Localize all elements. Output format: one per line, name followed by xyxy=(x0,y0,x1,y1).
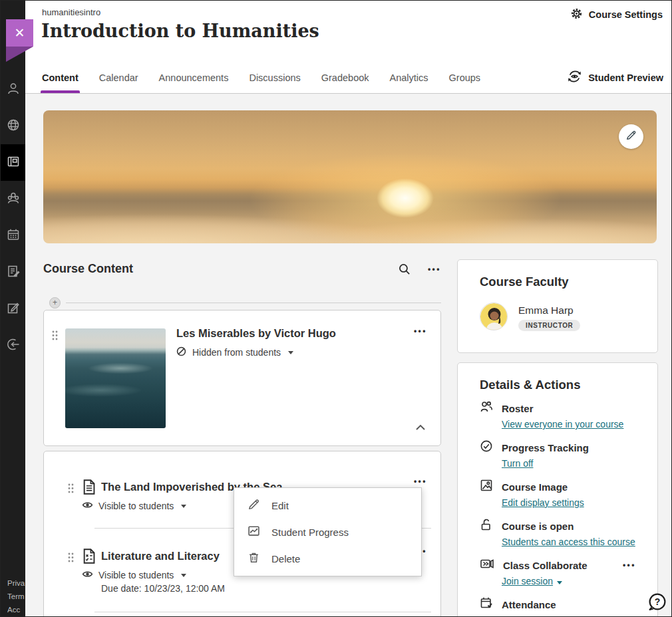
terms-link[interactable]: Term xyxy=(7,590,25,603)
tab-content[interactable]: Content xyxy=(42,62,79,93)
detail-label: Course is open xyxy=(502,521,574,532)
calendar-icon xyxy=(6,227,21,245)
question-mark-icon: ? xyxy=(655,596,661,607)
help-button[interactable]: ? xyxy=(647,592,667,615)
details-actions-panel: Details & Actions Roster View everyone i… xyxy=(457,362,658,616)
sidebar-item-activity[interactable] xyxy=(1,254,25,291)
unlock-icon xyxy=(480,518,493,534)
edit-banner-button[interactable] xyxy=(619,124,643,149)
chevron-down-icon xyxy=(181,505,186,508)
join-session-link[interactable]: Join session xyxy=(502,576,553,586)
visible-eye-icon xyxy=(82,568,93,582)
visibility-label: Hidden from students xyxy=(192,347,281,358)
detail-attendance: Attendance Mark attendance xyxy=(480,596,645,616)
tab-announcements[interactable]: Announcements xyxy=(159,62,229,93)
instructor-name: Emma Harp xyxy=(518,305,574,316)
person-icon xyxy=(6,81,21,98)
sign-out-icon xyxy=(6,337,21,354)
collapse-chevron-icon[interactable] xyxy=(415,422,426,433)
privacy-link[interactable]: Priva xyxy=(7,576,25,590)
course-faculty-panel: Course Faculty Emma Harp INSTRUCTOR xyxy=(457,259,658,353)
menu-item-label: Delete xyxy=(271,553,300,564)
close-icon: ✕ xyxy=(15,25,25,41)
close-course-button[interactable]: ✕ xyxy=(6,19,33,47)
menu-item-label: Edit xyxy=(271,500,289,511)
detail-label: Course Image xyxy=(502,481,568,493)
drag-handle-icon[interactable] xyxy=(68,483,74,496)
tab-calendar[interactable]: Calendar xyxy=(99,62,138,93)
sidebar-item-institution[interactable] xyxy=(1,108,25,144)
content-item-les-miserables: Les Miserables by Victor Hugo Hidden fro… xyxy=(43,310,441,446)
visibility-dropdown[interactable]: Visible to students xyxy=(82,568,186,582)
detail-course-open: Course is open Students can access this … xyxy=(480,518,645,547)
menu-item-edit[interactable]: Edit xyxy=(234,492,421,519)
add-content-divider: + xyxy=(43,297,441,308)
visibility-label: Visible to students xyxy=(98,570,174,580)
menu-item-delete[interactable]: Delete xyxy=(234,545,421,572)
mark-attendance-link[interactable]: Mark attendance xyxy=(502,615,571,616)
chevron-down-icon xyxy=(557,581,562,584)
content-more-options-icon[interactable]: ••• xyxy=(428,265,441,274)
detail-label: Progress Tracking xyxy=(502,442,589,453)
sidebar-item-profile[interactable] xyxy=(1,71,25,108)
detail-progress-tracking: Progress Tracking Turn off xyxy=(480,439,645,469)
course-content-header: Course Content ••• xyxy=(43,262,441,276)
course-tab-bar: Content Calendar Announcements Discussio… xyxy=(25,62,671,94)
app-window: Priva Term Acc ✕ humanitiesintro Introdu… xyxy=(0,0,672,617)
search-icon[interactable] xyxy=(398,263,411,275)
item-title-link[interactable]: Literature and Literacy xyxy=(101,550,220,562)
courses-icon xyxy=(6,154,21,172)
pencil-icon xyxy=(248,498,260,513)
tab-analytics[interactable]: Analytics xyxy=(390,62,428,93)
visibility-dropdown[interactable]: Hidden from students xyxy=(176,346,293,359)
drag-handle-icon[interactable] xyxy=(68,553,74,565)
details-heading: Details & Actions xyxy=(480,378,580,392)
add-content-button[interactable]: + xyxy=(49,297,61,308)
menu-item-student-progress[interactable]: Student Progress xyxy=(234,519,421,545)
course-settings-button[interactable]: Course Settings xyxy=(570,7,663,22)
sidebar-item-courses[interactable] xyxy=(1,144,25,181)
tab-discussions[interactable]: Discussions xyxy=(249,62,300,93)
people-group-icon xyxy=(6,191,21,208)
sidebar-item-grades[interactable] xyxy=(1,291,25,327)
course-settings-label: Course Settings xyxy=(589,9,663,20)
visibility-label: Visible to students xyxy=(98,501,174,511)
roster-link[interactable]: View everyone in your course xyxy=(502,419,623,430)
detail-class-collaborate: Class Collaborate ••• Join session xyxy=(480,557,645,586)
sidebar-item-sign-out[interactable] xyxy=(1,327,25,364)
course-image-link[interactable]: Edit display settings xyxy=(502,497,584,508)
item-thumbnail-ocean xyxy=(65,328,166,428)
detail-label: Roster xyxy=(502,403,534,414)
item-more-options-icon[interactable]: ••• xyxy=(414,477,427,486)
detail-course-image: Course Image Edit display settings xyxy=(480,479,645,508)
student-preview-icon xyxy=(567,70,582,85)
sidebar-item-organizations[interactable] xyxy=(1,181,25,217)
divider-line xyxy=(66,303,441,303)
item-context-menu: Edit Student Progress Delete xyxy=(234,487,422,576)
trash-icon xyxy=(248,551,260,566)
detail-roster: Roster View everyone in your course xyxy=(480,400,645,430)
progress-tracking-link[interactable]: Turn off xyxy=(502,458,533,469)
tab-groups[interactable]: Groups xyxy=(449,62,481,93)
section-title: Course Content xyxy=(43,262,133,276)
page-title: Introduction to Humanities xyxy=(41,21,319,41)
document-icon xyxy=(81,479,96,498)
item-more-options-icon[interactable]: ••• xyxy=(414,326,427,336)
visibility-dropdown[interactable]: Visible to students xyxy=(82,499,186,513)
sidebar-item-calendar[interactable] xyxy=(1,217,25,254)
tab-gradebook[interactable]: Gradebook xyxy=(321,62,369,93)
legal-footer: Priva Term Acc xyxy=(7,576,25,616)
accessibility-link[interactable]: Acc xyxy=(7,603,25,616)
gear-icon xyxy=(570,7,583,22)
drag-handle-icon[interactable] xyxy=(52,330,58,343)
collaborate-more-options-icon[interactable]: ••• xyxy=(623,560,636,570)
course-header: humanitiesintro Introduction to Humaniti… xyxy=(25,1,671,62)
course-open-link[interactable]: Students can access this course xyxy=(502,537,635,547)
grades-icon xyxy=(6,301,21,318)
detail-label: Class Collaborate xyxy=(503,560,588,571)
test-icon xyxy=(81,548,96,567)
activity-stream-icon xyxy=(6,264,21,281)
item-title-link[interactable]: Les Miserables by Victor Hugo xyxy=(176,327,336,340)
student-preview-button[interactable]: Student Preview xyxy=(567,70,663,85)
hidden-eye-icon xyxy=(176,346,187,359)
